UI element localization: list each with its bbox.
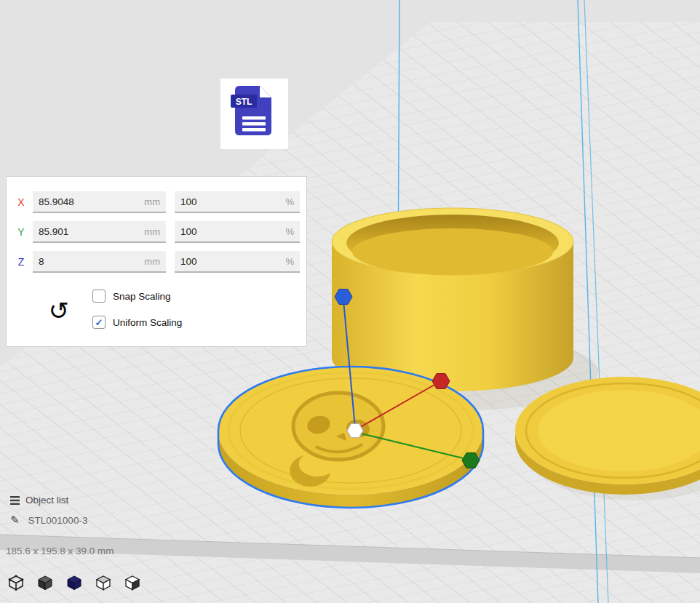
axis-z-label: Z [15, 256, 27, 268]
mm-unit-label: mm [144, 256, 166, 267]
object-name: STL001000-3 [28, 515, 88, 526]
scale-x-mm-input[interactable] [33, 196, 144, 207]
snap-scaling-checkbox[interactable] [92, 289, 106, 303]
scale-x-mm-field: mm [33, 191, 166, 213]
object-list-item[interactable]: ✎ STL001000-3 [10, 514, 87, 527]
scale-tool-panel: X mm % Y mm % Z mm [6, 176, 307, 347]
mm-unit-label: mm [144, 196, 166, 207]
uniform-scaling-row: ✓ Uniform Scaling [92, 316, 182, 329]
model-dimensions-row: 185.6 x 195.8 x 39.0 mm [6, 546, 114, 556]
snap-scaling-label: Snap Scaling [113, 291, 171, 302]
view-3d-icon [7, 574, 25, 591]
scale-row-x: X mm % [15, 191, 306, 213]
percent-unit-label: % [285, 256, 300, 267]
cura-viewport: STL X mm % Y mm % [0, 0, 700, 603]
snap-scaling-row: Snap Scaling [92, 289, 171, 303]
axis-y-label: Y [15, 226, 27, 238]
scale-z-mm-field: mm [33, 251, 166, 273]
scale-y-mm-input[interactable] [33, 226, 144, 237]
view-right-icon [124, 574, 141, 591]
scale-x-percent-input[interactable] [175, 196, 285, 207]
document-fold-icon [260, 86, 271, 97]
percent-unit-label: % [285, 226, 300, 237]
view-top-icon [65, 574, 83, 591]
document-line [242, 116, 266, 120]
scale-y-percent-input[interactable] [175, 226, 285, 237]
stl-badge-label: STL [236, 97, 252, 107]
check-icon: ✓ [95, 317, 103, 328]
scale-z-percent-input[interactable] [175, 256, 285, 267]
scale-y-mm-field: mm [33, 221, 166, 243]
reset-icon: ↺ [49, 297, 70, 324]
scale-z-percent-field: % [175, 251, 300, 273]
view-right-button[interactable] [122, 572, 143, 594]
percent-unit-label: % [285, 196, 300, 207]
reset-scale-button[interactable]: ↺ [44, 295, 73, 327]
view-3d-button[interactable] [6, 572, 26, 594]
scale-row-z: Z mm % [15, 251, 306, 273]
axis-x-label: X [15, 196, 27, 208]
view-front-button[interactable] [35, 572, 55, 594]
stl-file-icon: STL [220, 79, 288, 149]
scale-z-mm-input[interactable] [33, 256, 144, 267]
scale-row-y: Y mm % [15, 221, 306, 243]
uniform-scaling-checkbox[interactable]: ✓ [92, 316, 106, 329]
document-line [242, 128, 266, 132]
cylinder-model[interactable] [332, 208, 573, 391]
uniform-scaling-label: Uniform Scaling [113, 317, 182, 328]
pencil-icon: ✎ [10, 514, 20, 527]
mm-unit-label: mm [144, 226, 166, 237]
object-list-title: Object list [25, 495, 68, 506]
scale-y-percent-field: % [175, 221, 300, 243]
object-list-icon [10, 496, 20, 505]
view-left-button[interactable] [93, 572, 114, 594]
view-front-icon [36, 574, 54, 591]
gizmo-center-handle[interactable] [347, 424, 363, 438]
object-list-toggle[interactable]: Object list [10, 495, 68, 506]
scale-x-percent-field: % [175, 191, 300, 213]
view-top-button[interactable] [64, 572, 84, 594]
view-left-icon [95, 574, 112, 591]
document-line [242, 122, 266, 126]
model-dimensions: 185.6 x 195.8 x 39.0 mm [6, 546, 114, 556]
camera-view-toolbar [6, 572, 143, 594]
